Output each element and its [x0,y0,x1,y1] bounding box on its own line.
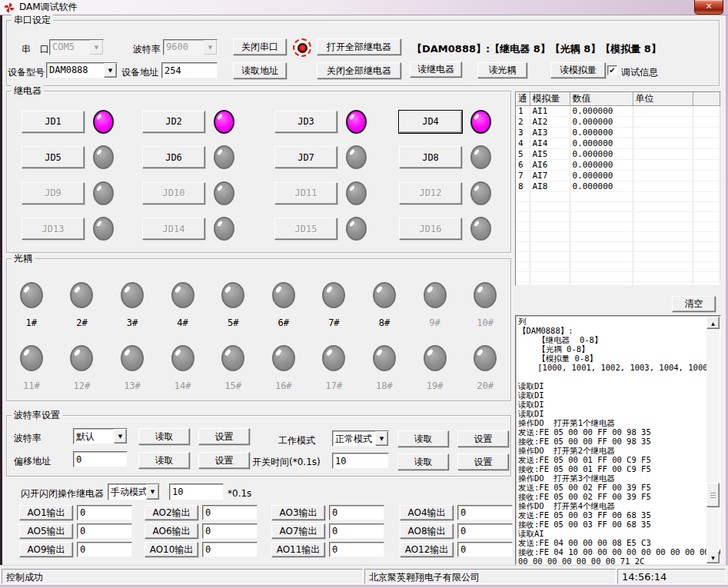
scroll-down-button[interactable]: ▼ [706,551,720,563]
read-opto-button[interactable]: 读光耦 [477,62,527,78]
relay-jd3-button[interactable]: JD3 [274,111,337,133]
workmode-select[interactable]: 正常模式 ▼ [332,430,389,447]
relay-jd9-button[interactable]: JD9 [22,182,85,204]
relay-jd11-button[interactable]: JD11 [274,182,337,204]
ao4-value-input[interactable] [457,505,513,520]
ao2-value-input[interactable] [202,505,258,520]
read-analog-button[interactable]: 读模拟量 [550,62,606,78]
ao4-output-button[interactable]: AO4输出 [400,505,454,520]
analog-col-header-4[interactable] [693,92,720,106]
ao10-value-input[interactable] [202,542,258,557]
analog-row-ai5[interactable]: 5AI50.000000 [516,149,720,160]
analog-row-empty[interactable] [516,222,720,232]
relay-jd14-button[interactable]: JD14 [142,218,205,240]
close-serial-button[interactable]: 关闭串口 [233,38,287,55]
ao6-output-button[interactable]: AO6输出 [145,523,198,539]
analog-row-empty[interactable] [516,252,720,262]
switch-time-input[interactable] [332,453,389,469]
scrollbar-track[interactable] [706,329,720,551]
analog-row-empty[interactable] [516,272,720,282]
ao5-output-button[interactable]: AO5输出 [19,523,73,539]
analog-col-header-0[interactable]: 通 [516,92,530,106]
read-addr-button[interactable]: 读取地址 [233,62,287,79]
relay-jd7-button[interactable]: JD7 [274,146,337,168]
ao8-value-input[interactable] [457,523,513,539]
analog-col-header-3[interactable]: 单位 [633,92,693,106]
relay-jd5-button[interactable]: JD5 [22,146,85,168]
analog-row-empty[interactable] [516,212,720,222]
device-addr-input[interactable] [161,62,218,78]
port-select[interactable]: COM5 ▼ [49,39,104,55]
ao12-value-input[interactable] [457,542,513,557]
log-output[interactable]: 列【DAM0888】: 【继电器 0-8】 【光耦 0-8】 【模拟量 0-8】… [515,315,721,565]
ao10-output-button[interactable]: AO10输出 [145,542,198,557]
analog-row-ai4[interactable]: 4AI40.000000 [516,138,720,149]
analog-row-empty[interactable] [516,192,720,202]
ao12-output-button[interactable]: AO12输出 [400,542,454,557]
offset-set-button[interactable]: 设置 [198,452,250,469]
analog-row-empty[interactable] [516,202,720,212]
relay-jd2-button[interactable]: JD2 [142,111,205,133]
debug-info-checkbox[interactable]: ✔ [607,65,617,75]
close-button[interactable]: ✕ [694,0,723,15]
relay-jd12-button[interactable]: JD12 [399,182,462,204]
analog-row-ai2[interactable]: 2AI20.000000 [516,117,720,128]
ao6-value-input[interactable] [202,523,258,539]
analog-row-ai1[interactable]: 1AI10.000000 [516,106,720,117]
ao7-value-input[interactable] [329,523,384,539]
relay-jd15-button[interactable]: JD15 [274,218,337,240]
baudrate-read-button[interactable]: 读取 [138,428,190,445]
workmode-read-button[interactable]: 读取 [397,430,449,447]
analog-col-header-2[interactable]: 数值 [570,92,633,106]
ao2-output-button[interactable]: AO2输出 [145,505,198,520]
baud-select[interactable]: 9600 ▼ [163,39,218,55]
flash-mode-select[interactable]: 手动模式 ▼ [108,483,160,500]
open-all-relays-button[interactable]: 打开全部继电器 [317,38,401,55]
ao9-output-button[interactable]: AO9输出 [19,542,73,557]
relay-jd4-button[interactable]: JD4 [399,111,462,133]
opto-grid: 1#2#3#4#5#6#7#8#9#10#11#12#13#14#15#16#1… [6,282,511,391]
opto-14-label: 14# [175,380,191,391]
ao7-output-button[interactable]: AO7输出 [271,523,325,539]
analog-col-header-1[interactable]: 模拟量 [530,92,570,106]
analog-row-ai6[interactable]: 6AI60.000000 [516,160,720,171]
relay-jd16-button[interactable]: JD16 [399,218,462,240]
relay-jd10-button[interactable]: JD10 [142,182,205,204]
workmode-set-button[interactable]: 设置 [457,430,509,447]
ao11-value-input[interactable] [329,542,384,557]
analog-row-empty[interactable] [516,242,720,252]
offset-addr-input[interactable] [73,451,128,467]
analog-row-empty[interactable] [516,282,720,287]
relay-jd13-button[interactable]: JD13 [22,218,85,240]
scroll-up-button[interactable]: ▲ [706,317,720,329]
analog-row-ai7[interactable]: 7AI70.000000 [516,171,720,181]
switch-time-read-button[interactable]: 读取 [397,453,449,470]
scrollbar-thumb[interactable] [706,483,720,507]
flash-time-input[interactable] [169,483,224,500]
ao11-output-button[interactable]: AO11输出 [271,542,325,557]
log-scrollbar[interactable]: ▲ ▼ [706,317,720,563]
offset-read-button[interactable]: 读取 [138,452,190,469]
switch-time-set-button[interactable]: 设置 [457,453,509,470]
close-all-relays-button[interactable]: 关闭全部继电器 [317,62,401,79]
device-model-select[interactable]: DAM0888 ▼ [46,62,118,78]
analog-row-empty[interactable] [516,232,720,242]
ao9-value-input[interactable] [77,542,132,557]
analog-row-ai3[interactable]: 3AI30.000000 [516,128,720,138]
baudrate-set-button[interactable]: 设置 [198,428,250,445]
analog-row-empty[interactable] [516,262,720,272]
analog-row-ai8[interactable]: 8AI80.000000 [516,181,720,192]
ao3-value-input[interactable] [329,505,384,520]
baudrate-select[interactable]: 默认 ▼ [73,428,128,444]
relay-jd8-button[interactable]: JD8 [399,146,462,168]
ao5-value-input[interactable] [77,523,132,539]
relay-jd6-button[interactable]: JD6 [142,146,205,168]
ao3-output-button[interactable]: AO3输出 [271,505,325,520]
ao1-value-input[interactable] [77,505,132,520]
ao1-output-button[interactable]: AO1输出 [19,505,73,520]
ao8-output-button[interactable]: AO8输出 [400,523,454,539]
opto-4-label: 4# [177,317,188,328]
read-relay-button[interactable]: 读继电器 [410,61,462,78]
clear-log-button[interactable]: 清空 [672,296,716,312]
relay-jd1-button[interactable]: JD1 [22,111,85,133]
